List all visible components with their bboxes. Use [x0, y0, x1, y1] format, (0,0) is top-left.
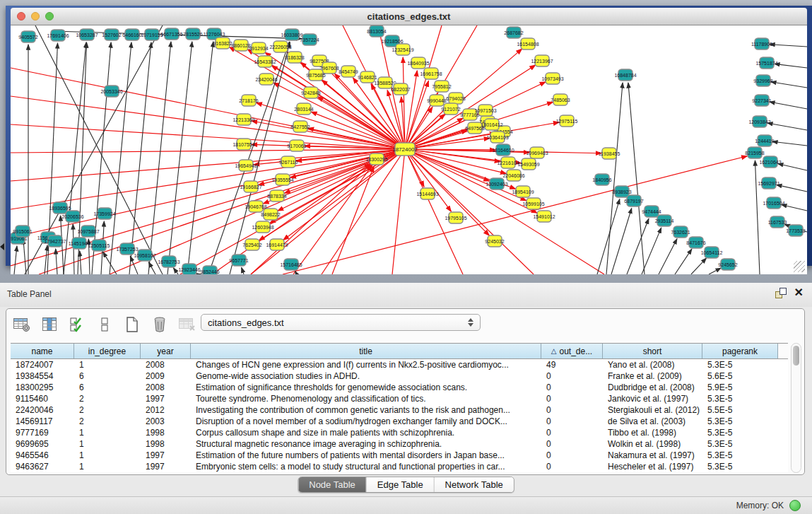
- network-node[interactable]: 7625402: [242, 239, 261, 250]
- network-node[interactable]: 8186328: [285, 52, 304, 63]
- network-node[interactable]: 8878334: [267, 190, 286, 201]
- network-node[interactable]: 16961758: [420, 68, 442, 79]
- table-row[interactable]: 1872400712008Changes of HCN gene express…: [11, 359, 788, 370]
- network-node[interactable]: 12216104: [497, 157, 519, 168]
- network-node[interactable]: 18640935: [407, 57, 429, 69]
- network-node[interactable]: 8860128: [231, 40, 250, 51]
- network-node[interactable]: 11178905: [751, 38, 772, 49]
- network-node[interactable]: 10969463: [526, 147, 548, 158]
- table-selector-dropdown[interactable]: citations_edges.txt: [201, 314, 481, 331]
- network-node[interactable]: 1167533: [768, 216, 787, 228]
- resize-grip[interactable]: [794, 261, 805, 272]
- network-node[interactable]: 2935114: [655, 215, 674, 226]
- network-node[interactable]: 9875685: [306, 69, 325, 81]
- table-row[interactable]: 946554611997Estimation of the future num…: [11, 450, 788, 461]
- network-node[interactable]: 8471676: [686, 237, 705, 248]
- network-node[interactable]: 8454749: [339, 66, 358, 77]
- column-header-pagerank[interactable]: pagerank: [702, 344, 778, 358]
- network-node[interactable]: 16782753: [158, 256, 180, 267]
- network-node[interactable]: 10654112: [701, 247, 723, 258]
- network-node[interactable]: 11451944: [69, 238, 90, 249]
- network-node[interactable]: 17016504: [763, 197, 784, 209]
- network-node[interactable]: 1244419: [755, 135, 774, 146]
- network-node[interactable]: 19166827: [240, 181, 261, 192]
- network-node[interactable]: 9329968: [753, 75, 772, 86]
- network-node[interactable]: 12213967: [531, 55, 553, 66]
- network-node[interactable]: 19795105: [445, 212, 466, 223]
- network-node[interactable]: 16154808: [517, 38, 539, 49]
- network-node[interactable]: 16671355: [160, 28, 182, 40]
- network-node[interactable]: 6466160: [122, 29, 141, 40]
- network-node[interactable]: 2687682: [504, 27, 523, 38]
- network-node[interactable]: 9245032: [485, 235, 504, 247]
- table-row[interactable]: 969969511998Structural magnetic resonanc…: [11, 438, 788, 450]
- network-node[interactable]: 15716485: [280, 259, 302, 270]
- network-node[interactable]: 16848784: [614, 69, 636, 81]
- network-node[interactable]: 19355554: [271, 174, 293, 185]
- column-header-in_degree[interactable]: in_degree: [74, 344, 141, 358]
- panel-collapse-arrow[interactable]: [0, 243, 4, 250]
- delete-table-button[interactable]: [177, 315, 197, 334]
- show-columns-button[interactable]: [40, 315, 59, 334]
- column-header-short[interactable]: short: [603, 344, 702, 358]
- network-node[interactable]: 1840956: [592, 174, 611, 185]
- network-node[interactable]: 8498222: [261, 209, 280, 220]
- network-node[interactable]: 7955812: [432, 81, 451, 92]
- network-node[interactable]: 12093842: [748, 116, 770, 127]
- network-node[interactable]: 12505115: [88, 240, 110, 251]
- network-node[interactable]: 7815526: [183, 28, 202, 40]
- network-node[interactable]: 16210643: [759, 156, 781, 168]
- column-header-title[interactable]: title: [191, 344, 541, 358]
- network-graph[interactable]: 9405572176914061065328715276026466160107…: [11, 25, 807, 274]
- network-node[interactable]: 7357224: [300, 34, 319, 45]
- network-node[interactable]: 9852446: [200, 266, 219, 274]
- network-node[interactable]: 15493059: [517, 158, 539, 170]
- network-node[interactable]: 16914479: [266, 239, 288, 250]
- close-panel-icon[interactable]: ✕: [794, 287, 804, 298]
- network-node[interactable]: 9245652: [718, 259, 737, 270]
- network-node[interactable]: 9657771: [229, 255, 248, 266]
- tab-edge-table[interactable]: Edge Table: [367, 477, 435, 492]
- network-node[interactable]: 6879197: [624, 195, 643, 206]
- tab-node-table[interactable]: Node Table: [298, 477, 367, 492]
- network-node[interactable]: 10653287: [76, 29, 98, 40]
- network-node[interactable]: 2718176: [239, 95, 258, 106]
- network-node[interactable]: 7485063: [551, 94, 570, 105]
- network-node[interactable]: 8215958: [745, 147, 764, 158]
- network-node[interactable]: 6822037: [391, 83, 410, 95]
- new-table-button[interactable]: [122, 315, 142, 334]
- table-row[interactable]: 1938455462009Genome-wide association stu…: [11, 370, 788, 382]
- network-node[interactable]: 15751874: [755, 57, 777, 69]
- network-canvas[interactable]: 9405572176914061065328715276026466160107…: [11, 25, 807, 274]
- network-node[interactable]: 9242848: [301, 87, 320, 98]
- network-node[interactable]: 12975115: [556, 115, 578, 127]
- network-node[interactable]: 12213369: [233, 114, 254, 125]
- network-node[interactable]: 8427552: [290, 121, 310, 132]
- table-row[interactable]: 946362711997Embryonic stem cells: a mode…: [11, 461, 788, 472]
- network-node[interactable]: 15692971: [758, 177, 779, 189]
- network-node[interactable]: 1527602: [102, 29, 121, 40]
- table-row[interactable]: 911546021997Tourette syndrome. Phenomeno…: [11, 393, 788, 404]
- delete-selected-button[interactable]: [150, 315, 170, 334]
- deselect-all-button[interactable]: [95, 315, 114, 334]
- network-node[interactable]: 9170061: [287, 140, 306, 151]
- column-header-name[interactable]: name: [11, 344, 74, 358]
- column-header-out_de[interactable]: △out_de...: [541, 344, 603, 358]
- network-node[interactable]: 7632621: [671, 226, 690, 238]
- network-node[interactable]: 9227341: [752, 95, 771, 106]
- network-node[interactable]: 22226058: [269, 41, 291, 52]
- network-node[interactable]: 18724007: [392, 143, 418, 156]
- table-row[interactable]: 977716911998Corpus callosum shape and si…: [11, 427, 788, 438]
- table-options-button[interactable]: [12, 315, 32, 334]
- network-node[interactable]: 1773533: [786, 225, 805, 236]
- network-node[interactable]: 9163822: [213, 37, 232, 49]
- tab-network-table[interactable]: Network Table: [435, 477, 514, 492]
- scrollbar-thumb[interactable]: [793, 346, 799, 366]
- network-node[interactable]: 22046086: [502, 170, 524, 181]
- network-node[interactable]: 9121072: [441, 103, 460, 115]
- network-node[interactable]: 18107554: [233, 139, 254, 150]
- network-node[interactable]: 9990448: [427, 95, 446, 106]
- table-row[interactable]: 2242004622012Investigating the contribut…: [11, 404, 788, 416]
- network-node[interactable]: 8813054: [367, 25, 386, 37]
- network-node[interactable]: 8912934: [249, 42, 268, 54]
